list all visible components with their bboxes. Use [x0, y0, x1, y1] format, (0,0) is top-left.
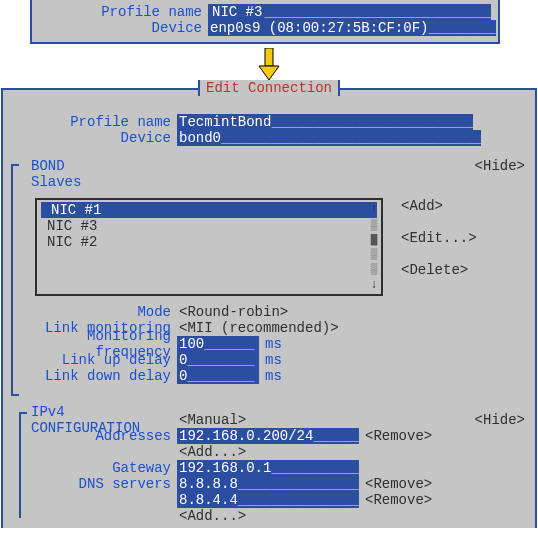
bond-hide-button[interactable]: <Hide> [475, 158, 525, 174]
linkmon-select[interactable]: <MII (recommended)> [177, 320, 339, 336]
top-device-label: Device [42, 20, 208, 36]
delete-button[interactable]: <Delete> [401, 262, 477, 278]
addresses-label: Addresses [11, 428, 177, 444]
gateway-label: Gateway [11, 460, 177, 476]
gateway-input[interactable]: 192.168.0.1___________ [177, 460, 359, 476]
ipv4-mode-select[interactable]: <Manual> [177, 412, 246, 428]
scroll-up-icon[interactable]: ↑ [370, 202, 377, 216]
profile-label: Profile name [11, 114, 177, 130]
list-item[interactable]: NIC #3 [37, 218, 381, 234]
svg-marker-1 [259, 66, 279, 80]
dns2-remove-button[interactable]: <Remove> [365, 492, 432, 508]
scrollbar[interactable]: ↑ ▒ █ ▒ ▒ ↓ [369, 202, 379, 292]
top-panel: Profile name NIC #3_____________________… [30, 0, 500, 44]
mode-select[interactable]: <Round-robin> [177, 304, 288, 320]
panel-title: Edit Connection [198, 80, 340, 96]
bond-heading: BOND [31, 158, 65, 174]
profile-input[interactable]: TecmintBond________________________ [177, 114, 473, 130]
device-label: Device [11, 130, 177, 146]
top-device-input[interactable]: enp0s9 (08:00:27:5B:CF:0F)________ [208, 20, 496, 36]
dns-input-1[interactable]: 8.8.8.8_______________ [177, 476, 359, 492]
svg-rect-0 [265, 48, 273, 66]
address-remove-button[interactable]: <Remove> [365, 428, 432, 444]
list-item[interactable]: NIC #1 [41, 202, 377, 218]
list-item[interactable]: NIC #2 [37, 234, 381, 250]
linkdown-label: Link down delay [11, 368, 177, 384]
ipv4-hide-button[interactable]: <Hide> [475, 412, 525, 428]
add-button[interactable]: <Add> [401, 198, 477, 214]
linkup-input[interactable]: 0________ [177, 352, 259, 368]
linkup-unit: ms [265, 352, 282, 368]
slaves-label: Slaves [31, 174, 81, 190]
dns-label: DNS servers [11, 476, 177, 492]
top-profile-input[interactable]: NIC #3___________________________ [208, 4, 491, 20]
scroll-down-icon[interactable]: ↓ [370, 278, 377, 292]
dns-add-button[interactable]: <Add...> [177, 508, 246, 524]
freq-unit: ms [265, 336, 282, 352]
device-input[interactable]: bond0_______________________________ [177, 130, 481, 146]
dns1-remove-button[interactable]: <Remove> [365, 476, 432, 492]
freq-input[interactable]: 100______ [177, 336, 259, 352]
top-profile-label: Profile name [42, 4, 208, 20]
slaves-listbox[interactable]: NIC #1 NIC #3 NIC #2 ↑ ▒ █ ▒ ▒ ↓ [35, 198, 383, 296]
mode-label: Mode [11, 304, 177, 320]
linkup-label: Link up delay [11, 352, 177, 368]
edit-button[interactable]: <Edit...> [401, 230, 477, 246]
linkdown-unit: ms [265, 368, 282, 384]
section-bar-bond [11, 164, 13, 396]
address-add-button[interactable]: <Add...> [177, 444, 246, 460]
section-bar-ipv4 [19, 412, 21, 518]
address-input[interactable]: 192.168.0.200/24______ [177, 428, 359, 444]
linkdown-input[interactable]: 0________ [177, 368, 259, 384]
edit-connection-panel: Edit Connection Profile name TecmintBond… [1, 88, 537, 528]
dns-input-2[interactable]: 8.8.4.4_______________ [177, 492, 359, 508]
